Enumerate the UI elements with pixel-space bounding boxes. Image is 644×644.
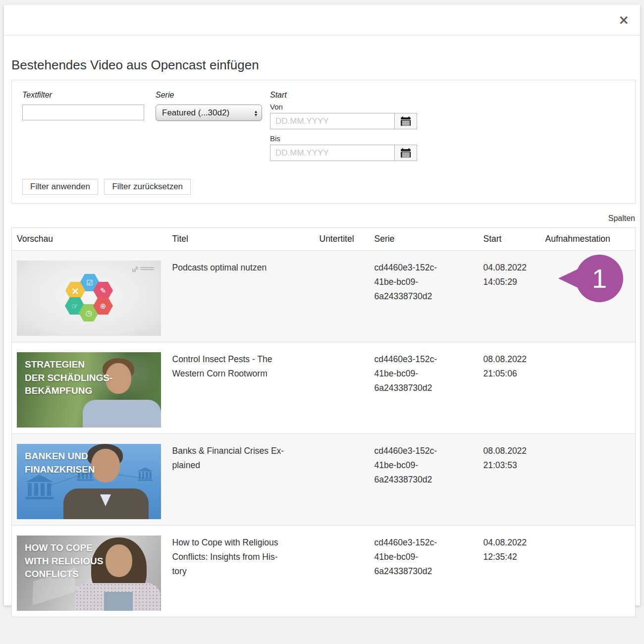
von-calendar-button[interactable] bbox=[394, 113, 417, 129]
video-thumbnail[interactable]: ub ☑ × ✎ ☞ ◷ ⊕ bbox=[17, 261, 161, 336]
bank-icon bbox=[138, 467, 153, 481]
video-series-id: cd4460e3-152c- 41be-bc09- 6a24338730d2 bbox=[375, 444, 474, 487]
video-series-id: cd4460e3-152c- 41be-bc09- 6a24338730d2 bbox=[375, 352, 474, 395]
bis-date-input[interactable] bbox=[270, 145, 395, 161]
video-thumbnail[interactable]: STRATEGIEN DER SCHÄDLINGS- BEKÄMPFUNG bbox=[17, 352, 161, 428]
page-title: Bestehendes Video aus Opencast einfügen bbox=[11, 57, 636, 73]
thumbnail-title-text: BANKEN UND FINANZKRISEN bbox=[25, 450, 95, 476]
video-start-datetime: 08.08.2022 21:03:53 bbox=[483, 444, 536, 473]
column-header-serie: Serie bbox=[370, 228, 479, 251]
serie-select[interactable]: Featured (...30d2) ▴ ▾ bbox=[156, 105, 262, 121]
video-start-datetime: 04.08.2022 12:35:42 bbox=[483, 536, 536, 564]
video-series-id: cd4460e3-152c- 41be-bc09- 6a24338730d2 bbox=[375, 536, 474, 579]
von-date-input[interactable] bbox=[270, 113, 395, 129]
filter-panel: Textfilter Serie Featured (...30d2) ▴ ▾ bbox=[11, 80, 636, 204]
video-series-id: cd4460e3-152c- 41be-bc09- 6a24338730d2 bbox=[375, 261, 474, 304]
table-header-row: Vorschau Titel Untertitel Serie Start Au… bbox=[12, 228, 636, 251]
table-row[interactable]: ub ☑ × ✎ ☞ ◷ ⊕ Podcasts opti bbox=[12, 251, 636, 342]
columns-menu-toggle[interactable]: Spalten bbox=[608, 214, 635, 222]
modal-header: × bbox=[4, 5, 640, 36]
serie-label: Serie bbox=[156, 91, 270, 100]
video-title: How to Cope with Religious Conflicts: In… bbox=[172, 536, 310, 579]
thumbnail-title-text: STRATEGIEN DER SCHÄDLINGS- BEKÄMPFUNG bbox=[25, 358, 112, 398]
marker-label: 1 bbox=[592, 265, 607, 292]
thumbnail-title-text: HOW TO COPE WITH RELIGIOUS CONFLICTS bbox=[25, 541, 103, 581]
video-title: Control Insect Pests - The Western Corn … bbox=[172, 352, 310, 381]
table-row[interactable]: BANKEN UND FINANZKRISEN Banks & Financia… bbox=[12, 434, 636, 526]
column-header-vorschau: Vorschau bbox=[12, 228, 167, 251]
university-logo: ub bbox=[132, 266, 154, 273]
bis-calendar-button[interactable] bbox=[394, 145, 417, 161]
table-row[interactable]: STRATEGIEN DER SCHÄDLINGS- BEKÄMPFUNG Co… bbox=[12, 342, 636, 434]
select-arrows-icon: ▴ ▾ bbox=[255, 109, 257, 116]
reset-filter-button[interactable]: Filter zurücksetzen bbox=[104, 179, 191, 195]
column-header-titel: Titel bbox=[167, 228, 315, 251]
column-header-start: Start bbox=[479, 228, 540, 251]
annotation-marker-1: 1 bbox=[558, 255, 623, 302]
serie-selected-value: Featured (...30d2) bbox=[162, 108, 229, 118]
video-thumbnail[interactable]: HOW TO COPE WITH RELIGIOUS CONFLICTS bbox=[17, 536, 161, 611]
textfilter-label: Textfilter bbox=[22, 91, 156, 100]
page-background: × Bestehendes Video aus Opencast einfüge… bbox=[0, 0, 644, 644]
video-start-datetime: 08.08.2022 21:05:06 bbox=[483, 352, 536, 381]
calendar-icon bbox=[400, 116, 411, 126]
von-label: Von bbox=[270, 103, 417, 111]
videos-table: Vorschau Titel Untertitel Serie Start Au… bbox=[11, 227, 636, 617]
column-header-untertitel: Untertitel bbox=[315, 228, 370, 251]
video-start-datetime: 04.08.2022 14:05:29 bbox=[483, 261, 536, 289]
video-title: Banks & Financial Crises Ex- plained bbox=[172, 444, 310, 473]
bis-label: Bis bbox=[270, 134, 417, 143]
table-row[interactable]: HOW TO COPE WITH RELIGIOUS CONFLICTS How… bbox=[12, 526, 636, 617]
apply-filter-button[interactable]: Filter anwenden bbox=[22, 179, 98, 195]
textfilter-input[interactable] bbox=[22, 105, 144, 120]
start-label: Start bbox=[270, 91, 417, 100]
bank-icon bbox=[26, 475, 54, 499]
opencast-insert-modal: × Bestehendes Video aus Opencast einfüge… bbox=[4, 5, 640, 605]
video-thumbnail[interactable]: BANKEN UND FINANZKRISEN bbox=[17, 444, 161, 519]
calendar-icon bbox=[400, 148, 411, 158]
video-title: Podcasts optimal nutzen bbox=[172, 261, 310, 275]
column-header-aufnahmestation: Aufnahmestation bbox=[540, 228, 636, 251]
close-icon[interactable]: × bbox=[618, 13, 629, 26]
